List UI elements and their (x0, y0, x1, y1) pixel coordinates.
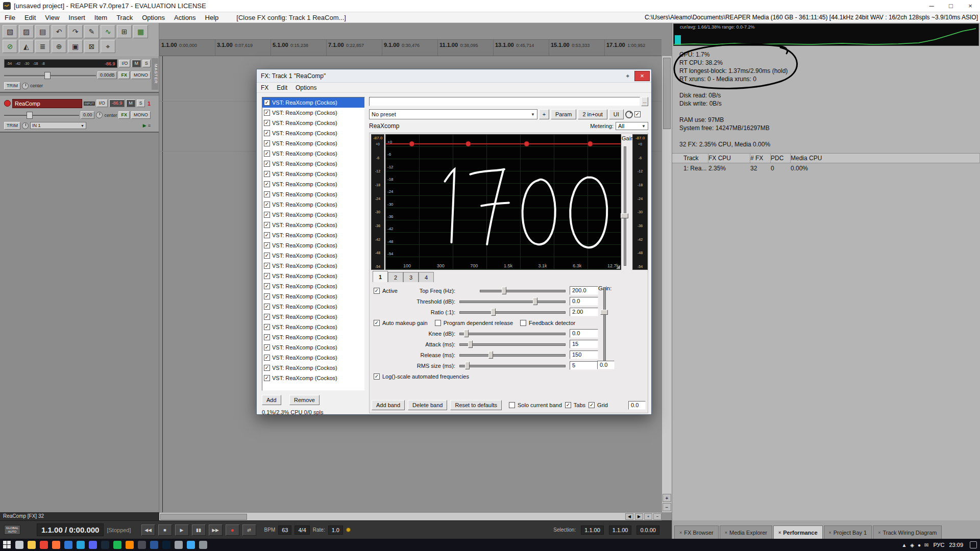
fx-enabled-checkbox[interactable] (264, 324, 270, 330)
fx-enabled-checkbox[interactable] (264, 273, 270, 279)
taskbar-app-icon[interactable] (89, 541, 97, 549)
docker-tab[interactable]: × FX Browser (674, 525, 719, 539)
fx-chain-item[interactable]: VST: ReaXcomp (Cockos) (262, 332, 364, 342)
fx-chain-item[interactable]: VST: ReaXcomp (Cockos) (262, 363, 364, 373)
fx-enabled-checkbox[interactable] (264, 334, 270, 340)
fx-enabled-checkbox[interactable] (264, 151, 270, 157)
master-mute-button[interactable]: M (132, 60, 141, 67)
taskbar-app-icon[interactable] (28, 541, 36, 549)
log-scale-checkbox[interactable] (374, 373, 380, 380)
attack-slider[interactable] (458, 340, 567, 348)
menu-item[interactable]: Actions (169, 14, 201, 21)
ui-toggle-button[interactable]: UI (609, 109, 624, 119)
fx-chain-item[interactable]: VST: ReaXcomp (Cockos) (262, 118, 364, 128)
fx-chain-item[interactable]: VST: ReaXcomp (Cockos) (262, 312, 364, 322)
docker-tab[interactable]: × Project Bay 1 (824, 525, 872, 539)
hzoom-in-button[interactable]: + (644, 513, 652, 520)
automation-icon[interactable]: ≡ (148, 123, 151, 128)
monitor-icon[interactable]: ▶ (143, 123, 146, 128)
fx-window-titlebar[interactable]: FX: Track 1 "ReaComp" ⌖ × (257, 69, 651, 83)
remove-fx-button[interactable]: Remove (289, 395, 320, 405)
fx-chain-item[interactable]: VST: ReaXcomp (Cockos) (262, 271, 364, 281)
band-gain-slider[interactable] (600, 286, 608, 364)
tabs-checkbox[interactable] (565, 402, 571, 408)
taskbar-app-icon[interactable] (77, 541, 85, 549)
band-tab[interactable]: 3 (403, 272, 419, 282)
record-mode-knob[interactable] (22, 122, 29, 129)
fx-enabled-checkbox[interactable] (264, 344, 270, 350)
toolbar-icon[interactable]: ✎ (84, 25, 99, 38)
toolbar-icon[interactable]: ◭ (19, 40, 34, 53)
graph-resize-handle[interactable] (616, 265, 620, 269)
menu-item[interactable]: Help (201, 14, 224, 21)
add-band-button[interactable]: Add band (372, 400, 405, 410)
fx-config-label[interactable]: [Close FX config: Track 1 ReaCom...] (236, 14, 346, 21)
ratio-value[interactable]: 2.00 (570, 308, 598, 316)
toolbar-icon[interactable]: ⌖ (101, 40, 115, 53)
rms-size-value[interactable]: 5 (570, 361, 598, 370)
param-button[interactable]: Param (551, 109, 576, 119)
fx-enabled-checkbox[interactable] (264, 355, 270, 361)
taskbar-app-icon[interactable] (64, 541, 72, 549)
threshold-value[interactable]: 0.0 (570, 297, 598, 306)
preset-select[interactable]: No preset ▼ (369, 109, 537, 119)
threshold-slider[interactable] (458, 297, 567, 306)
go-to-start-button[interactable]: ◀◀ (141, 524, 155, 536)
program-release-checkbox[interactable] (435, 320, 441, 326)
track-name[interactable]: ReaComp (12, 99, 82, 108)
tray-icon[interactable]: ✉ (924, 542, 928, 548)
toolbar-icon[interactable]: ▨ (19, 25, 34, 38)
compressor-graph[interactable]: +0-6-12-18-24-30-36-42-48-54 1003007001.… (385, 134, 621, 270)
fx-chain-item[interactable]: VST: ReaXcomp (Cockos) (262, 373, 364, 383)
release-slider[interactable] (458, 350, 567, 359)
menu-item[interactable]: Item (90, 14, 112, 21)
fx-chain-list[interactable]: VST: ReaXcomp (Cockos) VST: ReaXcomp (Co… (262, 97, 365, 391)
menu-item[interactable]: Edit (20, 14, 40, 21)
active-checkbox[interactable] (374, 288, 380, 294)
auto-makeup-checkbox[interactable] (374, 320, 380, 326)
toolbar-icon[interactable]: ↷ (68, 25, 83, 38)
table-header-cell[interactable]: Media CPU (791, 154, 980, 163)
fx-enabled-checkbox[interactable] (264, 191, 270, 197)
table-row[interactable]: 1: Rea... 2.35% 32 0 0.00% (672, 163, 980, 173)
toolbar-icon[interactable]: ⊞ (117, 25, 132, 38)
toolbar-icon[interactable]: ▣ (68, 40, 83, 53)
vertical-scrollbar[interactable]: + − (662, 56, 672, 512)
tray-icon[interactable]: ◈ (910, 542, 914, 548)
global-auto-button[interactable]: GLOBALAUTO (4, 525, 20, 535)
track-solo-button[interactable]: S (137, 99, 145, 107)
fx-enabled-checkbox[interactable] (264, 161, 270, 167)
grid-checkbox[interactable] (589, 402, 595, 408)
toolbar-icon[interactable]: ≣ (35, 40, 50, 53)
toolbar-icon[interactable]: ▤ (35, 25, 50, 38)
tab-close-icon[interactable]: × (778, 530, 781, 535)
minimize-button[interactable]: ─ (922, 0, 941, 12)
time-signature[interactable]: 4/4 (295, 525, 309, 535)
docker-tab[interactable]: × Track Wiring Diagram (873, 525, 942, 539)
track-mute-button[interactable]: M (126, 99, 135, 107)
toolbar-icon[interactable]: ∿ (101, 25, 115, 38)
master-fx-button[interactable]: FX (118, 71, 130, 79)
save-preset-button[interactable]: + (539, 109, 549, 119)
fx-enabled-checkbox[interactable] (264, 375, 270, 381)
track-pan-knob[interactable] (96, 112, 103, 118)
menu-item[interactable]: File (0, 14, 20, 21)
input-select[interactable]: IN 1▼ (30, 122, 86, 129)
fx-chain-item[interactable]: VST: ReaXcomp (Cockos) (262, 128, 364, 138)
fx-enabled-checkbox[interactable] (264, 212, 270, 218)
track-volume-fader[interactable] (4, 112, 79, 119)
wet-dry-knob[interactable] (625, 111, 633, 118)
band-gain-value[interactable]: 0.0 (597, 361, 615, 369)
play-button[interactable]: ▶ (175, 524, 189, 536)
fx-chain-item[interactable]: VST: ReaXcomp (Cockos) (262, 302, 364, 312)
fx-enabled-checkbox[interactable] (264, 232, 270, 238)
fx-chain-item[interactable]: VST: ReaXcomp (Cockos) (262, 97, 364, 108)
pause-button[interactable]: ▮▮ (192, 524, 206, 536)
menu-item[interactable]: Insert (64, 14, 90, 21)
track-mono-button[interactable]: MONO (131, 111, 151, 119)
stop-button[interactable]: ■ (158, 524, 172, 536)
master-trim-button[interactable]: TRIM (4, 82, 20, 90)
fx-chain-item[interactable]: VST: ReaXcomp (Cockos) (262, 281, 364, 291)
hzoom-out-button[interactable]: − (653, 513, 662, 520)
fx-chain-item[interactable]: VST: ReaXcomp (Cockos) (262, 322, 364, 332)
